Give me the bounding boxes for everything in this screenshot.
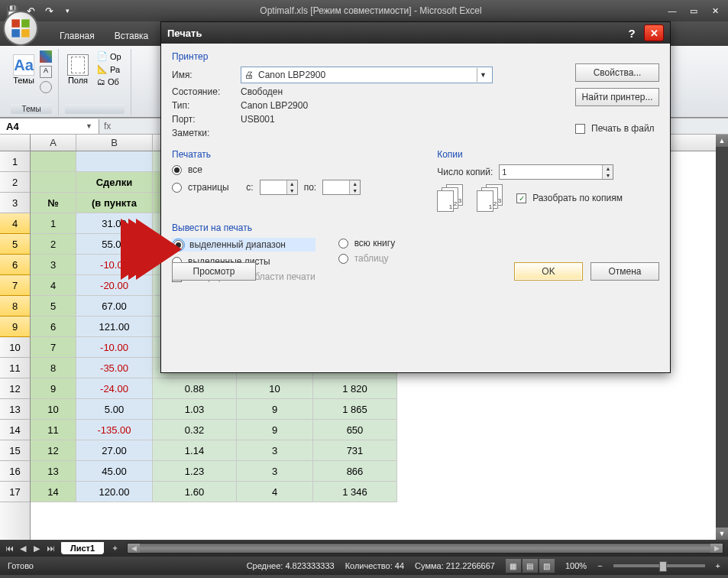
radio-workbook[interactable] [338,239,348,248]
cell[interactable]: 14 [31,482,76,502]
cell[interactable]: № [31,193,76,213]
from-spinner[interactable]: ▲▼ [260,180,298,195]
row-header[interactable]: 4 [0,213,30,234]
horizontal-scrollbar[interactable]: ◀▶ [127,543,723,554]
row-header[interactable]: 3 [0,193,30,213]
last-sheet-icon[interactable]: ⏭ [44,542,57,554]
next-sheet-icon[interactable]: ▶ [31,542,43,554]
cell[interactable]: 12 [31,440,76,461]
cell[interactable]: 0.32 [153,420,237,440]
cell[interactable]: 5.00 [76,399,153,420]
page-layout-view-icon[interactable]: ▤ [523,559,538,573]
cell[interactable] [76,151,153,172]
cell[interactable]: 4 [31,275,76,296]
cell[interactable]: 3 [31,255,76,275]
radio-pages[interactable] [172,183,182,193]
cell[interactable]: 1.60 [153,482,237,502]
office-button[interactable] [3,11,38,46]
cell[interactable]: 67.00 [76,296,153,317]
cell[interactable]: 2 [31,234,76,255]
cell[interactable]: 4 [237,482,313,502]
zoom-slider[interactable] [613,564,705,567]
themes-button[interactable]: Aa Темы [11,50,37,89]
cell[interactable]: -135.00 [76,420,153,440]
sheet-tab[interactable]: Лист1 [61,542,104,554]
tab-home[interactable]: Главная [50,28,104,46]
row-header[interactable]: 10 [0,337,30,358]
zoom-level[interactable]: 100% [565,561,587,570]
dropdown-icon[interactable]: ▼ [477,68,489,82]
cell[interactable]: 650 [313,420,397,440]
radio-all[interactable] [172,165,182,175]
row-header[interactable]: 6 [0,255,30,275]
col-header[interactable]: B [76,135,153,151]
cancel-button[interactable]: Отмена [590,262,659,281]
cell[interactable]: 10 [31,399,76,420]
col-header[interactable]: A [31,135,76,151]
fonts-icon[interactable]: A [40,66,52,78]
margins-button[interactable]: Поля [65,50,91,89]
cell[interactable]: 45.00 [76,461,153,482]
cell[interactable]: Сделки [76,172,153,193]
help-icon[interactable]: ? [623,25,641,41]
cell[interactable] [31,172,76,193]
copies-spinner[interactable]: 1▲▼ [499,164,613,180]
row-header[interactable]: 11 [0,358,30,378]
select-all-corner[interactable] [0,135,31,151]
cell[interactable]: 1.03 [153,399,237,420]
row-header[interactable]: 14 [0,420,30,440]
cell[interactable]: 731 [313,440,397,461]
cell[interactable]: (в пункта [76,193,153,213]
row-header[interactable]: 16 [0,461,30,482]
close-icon[interactable]: ✕ [705,4,725,18]
qat-dropdown-icon[interactable]: ▾ [60,3,75,18]
new-sheet-icon[interactable]: ✦ [107,541,122,555]
row-header[interactable]: 12 [0,378,30,399]
fx-icon[interactable]: fx [104,121,111,132]
cell[interactable]: 11 [31,420,76,440]
cell[interactable]: 3 [237,461,313,482]
vertical-scrollbar[interactable]: ▲ ▼ [716,135,728,540]
to-spinner[interactable]: ▲▼ [322,180,361,195]
cell[interactable]: 1 820 [313,378,397,399]
cell[interactable]: -35.00 [76,358,153,378]
cell[interactable]: 27.00 [76,440,153,461]
cell[interactable]: 1 346 [313,482,397,502]
size-button[interactable]: 📐Ра [94,63,125,75]
cell[interactable]: 0.88 [153,378,237,399]
page-break-view-icon[interactable]: ▧ [539,559,555,573]
cell[interactable]: 7 [31,337,76,358]
zoom-in-icon[interactable]: + [716,561,720,570]
row-header[interactable]: 17 [0,482,30,502]
cell[interactable]: 10 [237,378,313,399]
cell[interactable] [31,151,76,172]
find-printer-button[interactable]: Найти принтер... [575,88,659,106]
close-icon[interactable]: ✕ [644,24,664,41]
cell[interactable]: -24.00 [76,378,153,399]
minimize-icon[interactable]: — [662,4,682,18]
cell[interactable]: -10.00 [76,337,153,358]
cell[interactable]: 6 [31,317,76,337]
row-header[interactable]: 7 [0,275,30,296]
row-header[interactable]: 13 [0,399,30,420]
cell[interactable]: 866 [313,461,397,482]
normal-view-icon[interactable]: ▦ [506,559,521,573]
effects-icon[interactable] [40,81,52,93]
colors-icon[interactable] [40,50,52,63]
cell[interactable]: 13 [31,461,76,482]
row-header[interactable]: 5 [0,234,30,255]
row-header[interactable]: 8 [0,296,30,317]
cell[interactable]: 1 865 [313,399,397,420]
cell[interactable]: 9 [237,399,313,420]
print-area-button[interactable]: 🗂Об [94,76,125,87]
row-header[interactable]: 9 [0,317,30,337]
zoom-out-icon[interactable]: − [597,561,602,570]
collate-checkbox[interactable]: ✓ [516,193,526,203]
properties-button[interactable]: Свойства... [575,63,659,82]
maximize-icon[interactable]: ▭ [684,4,704,18]
printer-select[interactable]: 🖨Canon LBP2900 ▼ [241,67,493,83]
cell[interactable]: 9 [31,378,76,399]
row-header[interactable]: 1 [0,151,30,172]
print-to-file-checkbox[interactable] [575,124,585,134]
prev-sheet-icon[interactable]: ◀ [17,542,29,554]
